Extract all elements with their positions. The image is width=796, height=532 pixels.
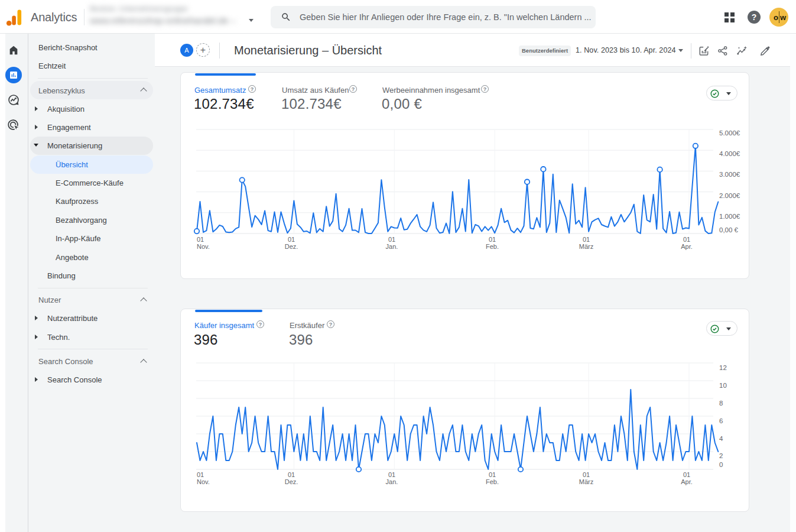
- svg-text:8: 8: [719, 400, 723, 407]
- svg-text:2: 2: [719, 452, 723, 459]
- svg-text:01: 01: [288, 471, 295, 478]
- svg-text:3.000€: 3.000€: [719, 171, 740, 178]
- svg-text:Dez.: Dez.: [285, 478, 298, 485]
- svg-text:März: März: [579, 478, 593, 485]
- svg-text:10: 10: [719, 382, 727, 389]
- svg-text:01: 01: [489, 471, 496, 478]
- svg-text:März: März: [579, 243, 593, 250]
- svg-text:Jan.: Jan.: [386, 478, 398, 485]
- svg-text:4.000€: 4.000€: [719, 150, 740, 157]
- svg-text:0,00 €: 0,00 €: [719, 226, 739, 233]
- svg-text:6: 6: [719, 417, 723, 424]
- svg-text:Feb.: Feb.: [486, 478, 499, 485]
- svg-text:Nov.: Nov.: [197, 478, 210, 485]
- svg-text:01: 01: [388, 236, 395, 243]
- svg-text:Apr.: Apr.: [681, 243, 693, 250]
- svg-text:12: 12: [719, 364, 727, 371]
- svg-text:01: 01: [288, 236, 295, 243]
- svg-text:Nov.: Nov.: [197, 243, 210, 250]
- svg-text:01: 01: [489, 236, 496, 243]
- svg-text:2.000€: 2.000€: [719, 192, 740, 199]
- svg-text:5.000€: 5.000€: [719, 129, 740, 137]
- svg-text:01: 01: [683, 471, 690, 478]
- svg-text:0: 0: [719, 461, 723, 468]
- svg-text:Dez.: Dez.: [285, 243, 298, 250]
- svg-text:01: 01: [197, 236, 204, 243]
- svg-text:Jan.: Jan.: [386, 243, 398, 250]
- svg-text:4: 4: [719, 435, 723, 442]
- svg-text:01: 01: [388, 471, 395, 478]
- svg-text:01: 01: [583, 471, 590, 478]
- svg-text:01: 01: [197, 471, 204, 478]
- svg-text:1.000€: 1.000€: [719, 213, 740, 220]
- svg-text:Feb.: Feb.: [486, 243, 499, 250]
- svg-text:01: 01: [683, 236, 690, 243]
- svg-text:Apr.: Apr.: [681, 478, 693, 485]
- svg-text:01: 01: [583, 236, 590, 243]
